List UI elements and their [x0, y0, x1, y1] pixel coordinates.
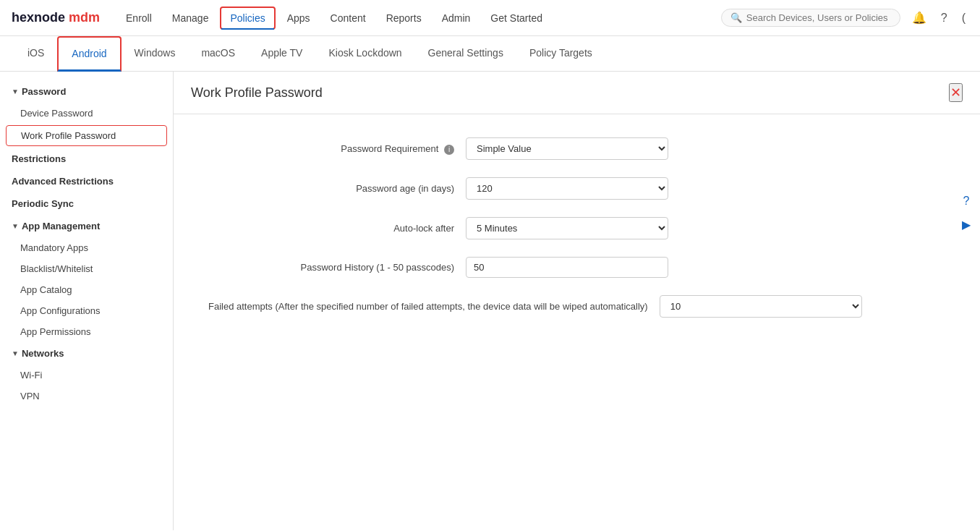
nav-admin[interactable]: Admin [433, 8, 480, 28]
chevron-down-icon-networks: ▼ [12, 349, 19, 357]
search-input[interactable] [746, 12, 891, 23]
info-icon-password-requirement[interactable]: i [444, 145, 454, 155]
tab-windows[interactable]: Windows [122, 37, 189, 71]
sidebar-item-vpn[interactable]: VPN [0, 386, 173, 407]
main-layout: ▼ Password Device Password Work Profile … [0, 72, 980, 530]
section-header: Work Profile Password ✕ [174, 72, 980, 114]
logo: hexnode mdm [12, 10, 100, 25]
select-password-age[interactable]: 30 60 90 120 180 365 [466, 177, 668, 200]
sidebar-section-periodic-sync[interactable]: Periodic Sync [0, 192, 173, 215]
tab-bar: iOS Android Windows macOS Apple TV Kiosk… [0, 36, 980, 72]
label-failed-attempts: Failed attempts (After the specified num… [208, 301, 648, 312]
tab-kiosk-lockdown[interactable]: Kiosk Lockdown [315, 37, 414, 71]
sidebar-item-device-password[interactable]: Device Password [0, 103, 173, 124]
chevron-down-icon: ▼ [12, 88, 19, 95]
content-area: Work Profile Password ✕ Password Require… [174, 72, 980, 530]
sidebar-item-wifi[interactable]: Wi-Fi [0, 365, 173, 386]
sidebar-section-app-management[interactable]: ▼ App Management [0, 215, 173, 237]
sidebar-advanced-restrictions-label: Advanced Restrictions [12, 176, 114, 187]
form-row-failed-attempts: Failed attempts (After the specified num… [208, 295, 945, 318]
label-auto-lock: Auto-lock after [208, 223, 454, 234]
label-password-age: Password age (in days) [208, 183, 454, 194]
search-box[interactable]: 🔍 [721, 9, 900, 27]
sidebar-periodic-sync-label: Periodic Sync [12, 198, 74, 209]
tab-ios[interactable]: iOS [14, 37, 57, 71]
tab-android[interactable]: Android [57, 36, 121, 72]
help-float-button[interactable]: ? [955, 190, 977, 212]
sidebar-section-password[interactable]: ▼ Password [0, 80, 173, 103]
form-row-password-requirement: Password Requirement i Simple Value Alph… [208, 137, 945, 160]
nav-get-started[interactable]: Get Started [482, 8, 551, 28]
notification-icon[interactable]: 🔔 [909, 8, 929, 27]
close-button[interactable]: ✕ [949, 83, 963, 102]
tab-macos[interactable]: macOS [188, 37, 248, 71]
section-title: Work Profile Password [191, 85, 323, 101]
tab-policy-targets[interactable]: Policy Targets [516, 37, 605, 71]
sidebar-networks-label: Networks [22, 348, 64, 359]
sidebar-item-app-configurations[interactable]: App Configurations [0, 300, 173, 321]
nav-reports[interactable]: Reports [378, 8, 430, 28]
sidebar-app-management-label: App Management [22, 221, 100, 231]
chevron-down-icon-app: ▼ [12, 222, 19, 230]
search-icon: 🔍 [730, 12, 742, 23]
label-password-history: Password History (1 - 50 passcodes) [208, 262, 454, 273]
label-password-requirement: Password Requirement i [208, 143, 454, 155]
form-content: Password Requirement i Simple Value Alph… [174, 114, 980, 358]
nav-manage[interactable]: Manage [163, 8, 218, 28]
sidebar-item-app-permissions[interactable]: App Permissions [0, 321, 173, 342]
side-buttons: ? ▶ [953, 187, 980, 238]
tab-apple-tv[interactable]: Apple TV [248, 37, 315, 71]
nav-enroll[interactable]: Enroll [117, 8, 161, 28]
help-icon[interactable]: ? [938, 9, 950, 27]
sidebar-section-restrictions[interactable]: Restrictions [0, 148, 173, 170]
sidebar-item-app-catalog[interactable]: App Catalog [0, 279, 173, 300]
nav-policies[interactable]: Policies [220, 7, 275, 30]
sidebar-restrictions-label: Restrictions [12, 153, 66, 164]
top-nav: hexnode mdm Enroll Manage Policies Apps … [0, 0, 980, 36]
nav-content[interactable]: Content [322, 8, 375, 28]
sidebar-item-work-profile-password[interactable]: Work Profile Password [6, 125, 167, 146]
form-row-auto-lock: Auto-lock after 1 Minute 2 Minutes 5 Min… [208, 217, 945, 239]
select-password-requirement[interactable]: Simple Value Alphabetic Alphanumeric Num… [466, 137, 668, 160]
user-icon[interactable]: ( [959, 9, 968, 27]
sidebar-section-password-label: Password [22, 86, 66, 97]
nav-items: Enroll Manage Policies Apps Content Repo… [117, 7, 721, 30]
sidebar-section-advanced-restrictions[interactable]: Advanced Restrictions [0, 170, 173, 192]
nav-right: 🔍 🔔 ? ( [721, 8, 968, 27]
sidebar-item-blacklist-whitelist[interactable]: Blacklist/Whitelist [0, 258, 173, 279]
input-password-history[interactable] [466, 257, 668, 278]
sidebar: ▼ Password Device Password Work Profile … [0, 72, 174, 530]
form-row-password-history: Password History (1 - 50 passcodes) [208, 257, 945, 278]
tab-general-settings[interactable]: General Settings [415, 37, 516, 71]
form-row-password-age: Password age (in days) 30 60 90 120 180 … [208, 177, 945, 200]
play-float-button[interactable]: ▶ [955, 213, 977, 235]
sidebar-section-networks[interactable]: ▼ Networks [0, 342, 173, 365]
select-auto-lock[interactable]: 1 Minute 2 Minutes 5 Minutes 10 Minutes … [466, 217, 668, 239]
sidebar-item-mandatory-apps[interactable]: Mandatory Apps [0, 237, 173, 258]
select-failed-attempts[interactable]: 3 5 10 15 20 [660, 295, 862, 318]
nav-apps[interactable]: Apps [278, 8, 319, 28]
